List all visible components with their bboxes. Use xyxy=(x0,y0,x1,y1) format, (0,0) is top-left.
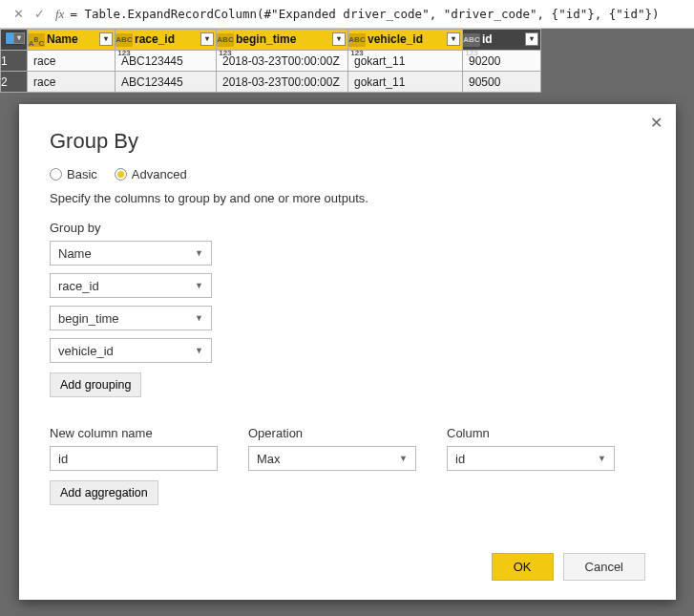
column-header-vehicle-id[interactable]: ABC123vehicle_id▾ xyxy=(348,30,463,51)
column-header-id[interactable]: ABC123id▾ xyxy=(463,30,541,51)
type-badge-text-icon: ABC xyxy=(28,33,45,47)
formula-accept-icon[interactable]: ✓ xyxy=(29,7,50,21)
radio-advanced[interactable]: Advanced xyxy=(115,167,187,181)
column-label: Column xyxy=(447,426,615,440)
filter-icon[interactable]: ▾ xyxy=(99,32,113,46)
formula-cancel-icon[interactable]: ✕ xyxy=(8,7,29,21)
add-grouping-button[interactable]: Add grouping xyxy=(50,372,141,397)
type-badge-any-icon: ABC123 xyxy=(217,33,234,47)
radio-basic[interactable]: Basic xyxy=(50,167,97,181)
column-header-name[interactable]: ABCName▾ xyxy=(28,30,116,51)
row-number: 2 xyxy=(1,72,28,93)
chevron-down-icon: ▼ xyxy=(195,313,203,323)
formula-text[interactable]: = Table.ExpandRecordColumn(#"Expanded dr… xyxy=(70,7,659,21)
chevron-down-icon: ▼ xyxy=(399,454,408,463)
type-badge-any-icon: ABC123 xyxy=(463,33,480,47)
group-field-dropdown[interactable]: begin_time▼ xyxy=(50,306,212,330)
group-field-dropdown[interactable]: vehicle_id▼ xyxy=(50,338,212,363)
ok-button[interactable]: OK xyxy=(492,553,554,581)
table-corner[interactable]: ▾ xyxy=(1,30,28,51)
add-aggregation-button[interactable]: Add aggregation xyxy=(50,480,158,505)
operation-label: Operation xyxy=(248,426,416,440)
chevron-down-icon: ▼ xyxy=(195,281,203,290)
chevron-down-icon: ▼ xyxy=(195,346,203,355)
formula-bar: ✕ ✓ fx = Table.ExpandRecordColumn(#"Expa… xyxy=(0,0,694,29)
chevron-down-icon: ▼ xyxy=(598,454,606,463)
group-by-label: Group by xyxy=(50,221,645,235)
table-row[interactable]: 2 race ABC123445 2018-03-23T00:00:00Z go… xyxy=(1,72,541,93)
new-column-label: New column name xyxy=(50,426,218,440)
aggregation-row: New column name id Operation Max▼ Column… xyxy=(50,426,645,478)
radio-icon xyxy=(50,168,62,181)
column-header-begin-time[interactable]: ABC123begin_time▾ xyxy=(217,30,348,51)
group-by-dialog: ✕ Group By Basic Advanced Specify the co… xyxy=(19,104,676,600)
operation-dropdown[interactable]: Max▼ xyxy=(248,446,416,471)
mode-radio-group: Basic Advanced xyxy=(50,167,645,181)
table-row[interactable]: 1 race ABC123445 2018-03-23T00:00:00Z go… xyxy=(1,51,541,72)
column-header-race-id[interactable]: ABC123race_id▾ xyxy=(116,30,217,51)
cancel-button[interactable]: Cancel xyxy=(563,553,645,581)
group-field-dropdown[interactable]: race_id▼ xyxy=(50,273,212,298)
close-icon[interactable]: ✕ xyxy=(650,114,662,132)
dialog-title: Group By xyxy=(50,129,645,154)
new-column-input[interactable]: id xyxy=(50,446,218,471)
column-dropdown[interactable]: id▼ xyxy=(447,446,615,471)
group-field-dropdown[interactable]: Name▼ xyxy=(50,241,212,266)
dialog-description: Specify the columns to group by and one … xyxy=(50,191,645,205)
filter-icon[interactable]: ▾ xyxy=(200,32,214,46)
data-preview-table: ▾ ABCName▾ ABC123race_id▾ ABC123begin_ti… xyxy=(0,29,541,93)
chevron-down-icon[interactable]: ▾ xyxy=(13,32,25,44)
filter-icon[interactable]: ▾ xyxy=(332,32,346,46)
filter-icon[interactable]: ▾ xyxy=(447,32,460,46)
type-badge-any-icon: ABC123 xyxy=(116,33,133,47)
row-number: 1 xyxy=(1,51,28,72)
fx-label: fx xyxy=(55,7,64,22)
chevron-down-icon: ▼ xyxy=(195,248,203,258)
type-badge-any-icon: ABC123 xyxy=(348,33,366,47)
radio-icon xyxy=(115,168,127,181)
filter-icon[interactable]: ▾ xyxy=(525,32,538,46)
